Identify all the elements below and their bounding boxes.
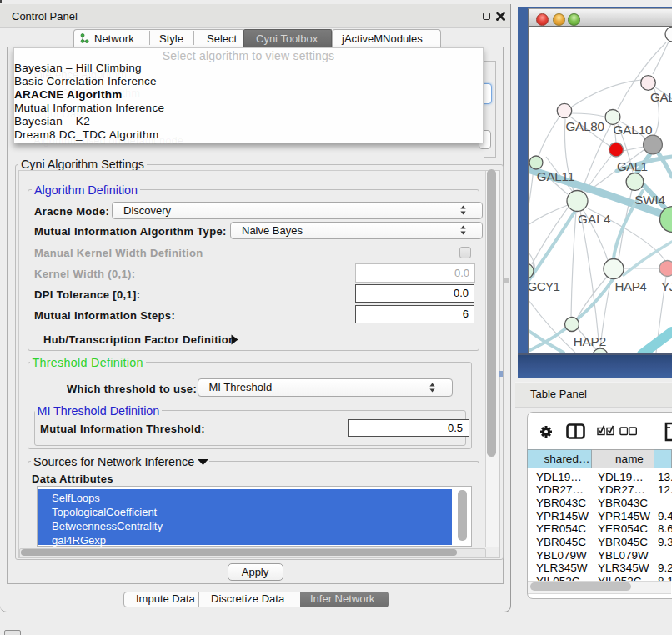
svg-text:GAL80: GAL80 [565, 119, 604, 133]
svg-text:HAP2: HAP2 [574, 334, 606, 348]
svg-text:GAL11: GAL11 [537, 169, 574, 183]
svg-text:GAL2: GAL2 [650, 90, 672, 104]
svg-text:GCY1: GCY1 [529, 279, 560, 293]
svg-text:GAL1: GAL1 [617, 159, 648, 173]
svg-text:GAL4: GAL4 [578, 212, 610, 226]
svg-text:SWI4: SWI4 [634, 192, 665, 207]
svg-text:YJR048W: YJR048W [661, 279, 672, 293]
svg-text:GAL10: GAL10 [614, 122, 653, 137]
svg-text:HAP4: HAP4 [615, 279, 647, 293]
